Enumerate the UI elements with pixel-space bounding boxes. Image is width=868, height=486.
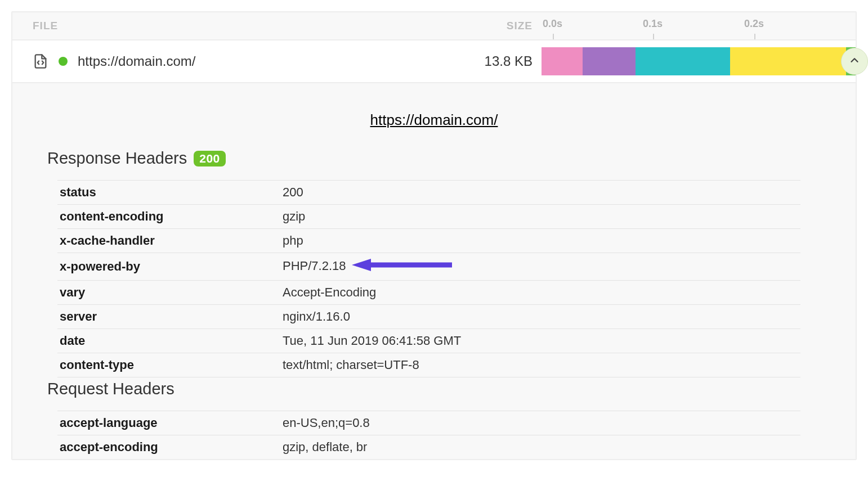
- request-details: https://domain.com/ Response Headers 200…: [12, 83, 856, 459]
- header-value: php: [283, 229, 800, 253]
- arrow-annotation-icon: [352, 258, 453, 276]
- waterfall-bar: [542, 47, 856, 75]
- response-headers-table: status200content-encodinggzipx-cache-han…: [57, 180, 800, 377]
- header-row: content-typetext/html; charset=UTF-8: [57, 353, 800, 377]
- status-dot-icon: [59, 57, 68, 66]
- request-url: https://domain.com/: [78, 53, 195, 69]
- header-row: x-cache-handlerphp: [57, 229, 800, 253]
- header-row: dateTue, 11 Jun 2019 06:41:58 GMT: [57, 329, 800, 353]
- header-value: gzip, deflate, br: [283, 435, 800, 460]
- waterfall-segment-dns: [583, 47, 636, 75]
- header-key: accept-encoding: [57, 435, 283, 460]
- waterfall-segment-wait: [730, 47, 846, 75]
- request-file-cell: https://domain.com/: [12, 53, 446, 69]
- response-headers-label: Response Headers: [47, 149, 187, 168]
- waterfall-segment-connect: [636, 47, 730, 75]
- header-value: text/html; charset=UTF-8: [283, 353, 800, 377]
- details-url-link[interactable]: https://domain.com/: [370, 111, 498, 128]
- header-key: vary: [57, 281, 283, 305]
- header-row: status200: [57, 181, 800, 205]
- timeline-tick: 0.0s: [543, 18, 562, 30]
- timeline-ticks: 0.0s 0.1s 0.2s: [542, 18, 856, 34]
- network-panel: FILE SIZE 0.0s 0.1s 0.2s: [11, 11, 857, 460]
- request-headers-title: Request Headers: [47, 380, 822, 398]
- status-badge: 200: [194, 151, 226, 166]
- col-timeline-header: 0.0s 0.1s 0.2s: [542, 18, 856, 34]
- tick-mark: [553, 34, 554, 39]
- header-key: content-type: [57, 353, 283, 377]
- collapse-button[interactable]: [841, 48, 868, 75]
- header-key: status: [57, 181, 283, 205]
- header-key: server: [57, 305, 283, 329]
- request-row[interactable]: https://domain.com/ 13.8 KB: [12, 40, 856, 83]
- columns-header: FILE SIZE 0.0s 0.1s 0.2s: [12, 12, 856, 40]
- header-value: PHP/7.2.18: [283, 253, 800, 281]
- svg-marker-1: [352, 259, 371, 271]
- col-size-header: SIZE: [446, 20, 542, 32]
- header-value: en-US,en;q=0.8: [283, 411, 800, 435]
- header-key: content-encoding: [57, 205, 283, 229]
- header-row: servernginx/1.16.0: [57, 305, 800, 329]
- header-row: accept-encodinggzip, deflate, br: [57, 435, 800, 460]
- header-row: content-encodinggzip: [57, 205, 800, 229]
- header-value: gzip: [283, 205, 800, 229]
- request-headers-table: accept-languageen-US,en;q=0.8accept-enco…: [57, 411, 800, 459]
- header-value: Accept-Encoding: [283, 281, 800, 305]
- header-value: Tue, 11 Jun 2019 06:41:58 GMT: [283, 329, 800, 353]
- waterfall-segment-blocked: [542, 47, 583, 75]
- header-key: accept-language: [57, 411, 283, 435]
- tick-mark: [653, 34, 654, 39]
- tick-mark: [754, 34, 755, 39]
- col-file-header: FILE: [12, 20, 446, 32]
- request-size: 13.8 KB: [446, 53, 542, 69]
- header-row: x-powered-byPHP/7.2.18: [57, 253, 800, 281]
- header-value: nginx/1.16.0: [283, 305, 800, 329]
- chevron-up-icon: [848, 54, 861, 69]
- details-url-row: https://domain.com/: [46, 111, 822, 129]
- response-headers-title: Response Headers 200: [47, 149, 822, 168]
- timeline-tick: 0.1s: [643, 18, 663, 30]
- document-icon: [33, 53, 48, 69]
- timeline-tick: 0.2s: [744, 18, 764, 30]
- header-value: 200: [283, 181, 800, 205]
- header-row: accept-languageen-US,en;q=0.8: [57, 411, 800, 435]
- header-row: varyAccept-Encoding: [57, 281, 800, 305]
- header-key: x-powered-by: [57, 253, 283, 281]
- header-key: x-cache-handler: [57, 229, 283, 253]
- request-timeline-cell: [542, 40, 856, 82]
- header-key: date: [57, 329, 283, 353]
